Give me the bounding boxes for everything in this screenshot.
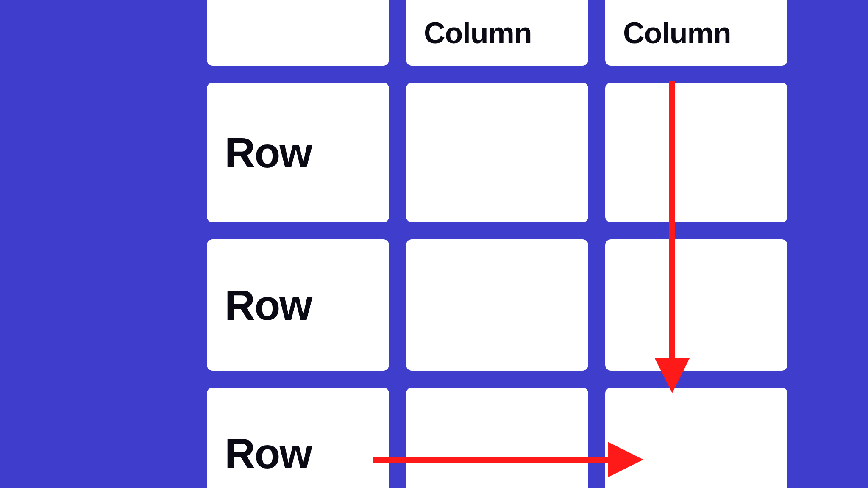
- row2-label-cell: Row: [207, 239, 389, 371]
- header-cell-empty: [207, 0, 389, 66]
- table-grid: Column Column Row Row Row: [207, 0, 690, 488]
- row3-label: Row: [225, 429, 312, 478]
- row1-label-cell: Row: [207, 83, 389, 222]
- row3-label-cell: Row: [207, 388, 389, 488]
- header-cell-col2: Column: [406, 0, 588, 66]
- row3-col3-cell: [605, 388, 787, 488]
- row1-col3-cell: [605, 83, 787, 222]
- row1-col2-cell: [406, 83, 588, 222]
- header-label-2: Column: [424, 16, 532, 50]
- header-label-3: Column: [623, 16, 731, 50]
- row1-label: Row: [225, 128, 312, 177]
- row2-col2-cell: [406, 239, 588, 371]
- row2-col3-cell: [605, 239, 787, 371]
- header-cell-col3: Column: [605, 0, 787, 66]
- row3-col2-cell: [406, 388, 588, 488]
- row2-label: Row: [225, 281, 312, 330]
